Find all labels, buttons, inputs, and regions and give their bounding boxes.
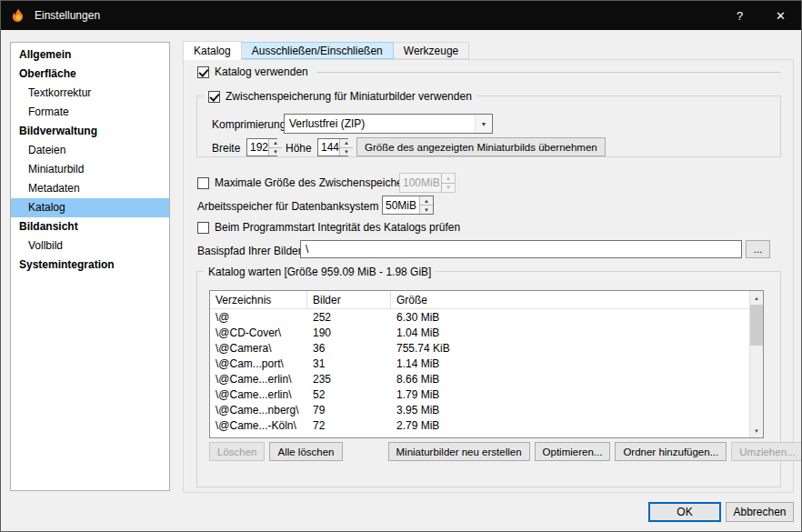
spinner-down-icon: ▼ [269,148,282,156]
browse-button[interactable]: ... [746,240,770,258]
width-label: Breite [212,142,240,155]
sidebar-item-katalog[interactable]: Katalog [11,198,169,217]
scroll-down-icon[interactable]: ▼ [750,424,763,437]
table-cell: \@Came...-Köln\ [210,417,307,433]
compression-value: Verlustfrei (ZIP) [285,115,475,133]
table-cell: 755.74 KiB [391,340,749,356]
column-header-größe[interactable]: Größe [391,291,749,308]
height-spinner[interactable]: 144 ▲▼ [317,138,348,156]
table-scrollbar[interactable]: ▲ ▼ [749,291,763,437]
scroll-thumb[interactable] [750,305,763,346]
thumbnail-cache-checkbox[interactable] [208,91,220,103]
scroll-track[interactable] [750,346,763,424]
spinner-up-icon: ▲ [442,174,455,184]
tab-katalog[interactable]: Katalog [183,41,242,60]
use-catalog-label: Katalog verwenden [215,65,308,78]
table-cell: \@CD-Cover\ [210,325,307,340]
delete-button[interactable]: Löschen [209,442,265,461]
tab-werkzeuge[interactable]: Werkzeuge [393,42,469,59]
db-memory-spinner-buttons[interactable]: ▲▼ [419,196,433,214]
use-catalog-row: Katalog verwenden [197,65,781,79]
catalog-table-header: VerzeichnisBilderGröße [210,291,749,309]
column-header-verzeichnis[interactable]: Verzeichnis [210,291,307,308]
table-row[interactable]: \@CD-Cover\1901.04 MiB [210,325,749,340]
table-cell: 252 [307,309,391,325]
height-spinner-buttons[interactable]: ▲▼ [339,139,353,156]
sidebar-item-textkorrektur[interactable]: Textkorrektur [11,84,169,103]
sidebar-item-formate[interactable]: Formate [11,103,169,122]
sidebar-item-dateien[interactable]: Dateien [11,141,169,160]
table-cell: 6.30 MiB [391,309,749,325]
move-button[interactable]: Umziehen... [731,442,802,461]
spinner-up-icon: ▲ [340,139,353,148]
combo-arrow-icon: ▼ [475,115,492,133]
table-row[interactable]: \@Came...nberg\793.95 MiB [210,402,749,417]
sidebar-item-bildverwaltung[interactable]: Bildverwaltung [11,122,169,141]
window-title: Einstellungen [35,9,100,22]
table-cell: 1.14 MiB [391,356,749,371]
base-path-input[interactable]: \ [300,240,742,258]
spinner-down-icon: ▼ [442,184,455,193]
table-cell: \@Cam...port\ [210,356,307,371]
table-row[interactable]: \@Camera\36755.74 KiB [210,340,749,356]
max-cache-spinner-buttons: ▲▼ [441,174,455,192]
catalog-maintenance-title: Katalog warten [Größe 959.09 MiB - 1.98 … [208,266,431,278]
cancel-button[interactable]: Abbrechen [726,502,794,522]
thumbnail-cache-legend: Zwischenspeicherung für Miniaturbilder v… [204,89,476,104]
max-cache-spinner[interactable]: 100MiB ▲▼ [399,173,456,193]
table-row[interactable]: \@2526.30 MiB [210,309,749,325]
sidebar-item-vollbild[interactable]: Vollbild [11,236,169,256]
ok-button[interactable]: OK [648,502,721,522]
thumbnail-cache-title: Zwischenspeicherung für Miniaturbilder v… [226,90,472,103]
table-cell: \@Came...nberg\ [210,402,307,417]
base-path-label: Basispfad Ihrer Bilder [197,245,302,257]
table-cell: \@ [210,309,307,325]
sidebar-item-bildansicht[interactable]: Bildansicht [11,217,169,236]
sidebar-item-allgemein[interactable]: Allgemein [11,45,169,65]
sidebar-item-miniaturbild[interactable]: Miniaturbild [11,160,169,179]
table-cell: 1.79 MiB [391,386,749,402]
tab-bar: KatalogAusschließen/EinschließenWerkzeug… [183,40,468,59]
scroll-up-icon[interactable]: ▲ [750,291,763,305]
spinner-up-icon: ▲ [269,139,282,148]
help-button[interactable]: ? [719,1,760,30]
max-cache-value: 100MiB [400,174,441,192]
tab-ausschließen-einschließen[interactable]: Ausschließen/Einschließen [241,42,394,59]
compression-select[interactable]: Verlustfrei (ZIP) ▼ [284,114,493,134]
height-value: 144 [318,139,339,156]
compression-label: Komprimierung: [212,118,289,131]
add-folder-button[interactable]: Ordner hinzufügen... [615,442,727,461]
table-row[interactable]: \@Came...erlin\521.79 MiB [210,386,749,402]
maintenance-button-row: Löschen Alle löschen Miniaturbilder neu … [209,442,802,461]
sidebar-item-oberfläche[interactable]: Oberfläche [11,65,169,84]
width-spinner-buttons[interactable]: ▲▼ [268,139,282,156]
sidebar: AllgemeinOberflächeTextkorrekturFormateB… [10,42,170,491]
table-row[interactable]: \@Came...erlin\2358.66 MiB [210,371,749,386]
db-memory-spinner[interactable]: 50MiB ▲▼ [382,196,434,215]
delete-all-button[interactable]: Alle löschen [269,442,342,461]
sidebar-item-metadaten[interactable]: Metadaten [11,179,169,198]
catalog-table-body: \@2526.30 MiB\@CD-Cover\1901.04 MiB\@Cam… [210,309,749,433]
use-catalog-checkbox[interactable] [197,66,209,78]
catalog-maintenance-group: Katalog warten [Größe 959.09 MiB - 1.98 … [196,271,781,487]
sidebar-item-systemintegration[interactable]: Systemintegration [11,256,169,275]
optimize-button[interactable]: Optimieren... [535,442,611,461]
spinner-up-icon: ▲ [420,196,433,206]
catalog-maintenance-legend: Katalog warten [Größe 959.09 MiB - 1.98 … [204,265,436,279]
close-button[interactable]: ✕ [760,1,801,30]
table-cell: 235 [307,371,391,386]
table-row[interactable]: \@Came...-Köln\722.79 MiB [210,417,749,433]
rebuild-thumbnails-button[interactable]: Miniaturbilder neu erstellen [388,442,530,461]
table-cell: 72 [307,417,391,433]
max-cache-checkbox[interactable] [197,177,209,189]
table-row[interactable]: \@Cam...port\311.14 MiB [210,356,749,371]
apply-thumbnail-size-button[interactable]: Größe des angezeigten Miniaturbilds über… [356,137,606,156]
table-cell: 31 [307,356,391,371]
integrity-checkbox[interactable] [197,222,209,234]
width-spinner[interactable]: 192 ▲▼ [246,138,277,156]
column-header-bilder[interactable]: Bilder [307,291,391,308]
table-cell: 8.66 MiB [391,371,749,386]
table-cell: \@Came...erlin\ [210,386,307,402]
integrity-label: Beim Programmstart Integrität des Katalo… [215,221,460,234]
table-cell: 3.95 MiB [391,402,749,417]
